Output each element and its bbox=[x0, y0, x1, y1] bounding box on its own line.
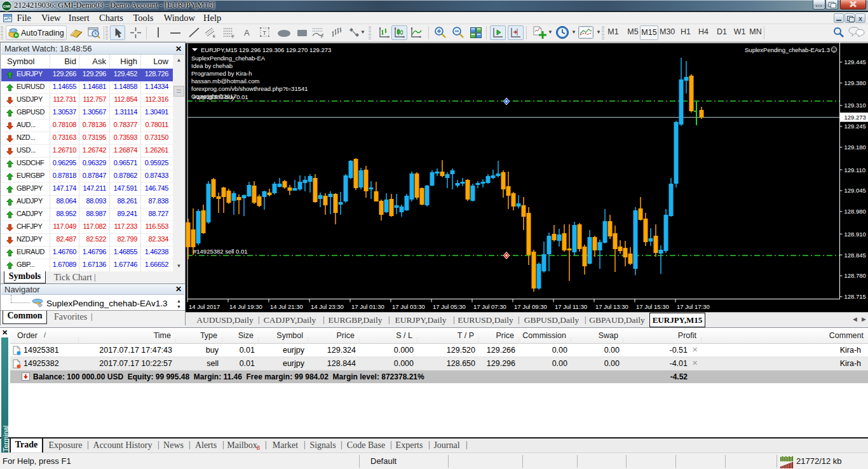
svg-text:#14925382 sell 0.01: #14925382 sell 0.01 bbox=[193, 248, 248, 255]
svg-text:129.380: 129.380 bbox=[844, 79, 866, 86]
svg-text:129.180: 129.180 bbox=[844, 144, 866, 151]
svg-text:17 Jul 07:30: 17 Jul 07:30 bbox=[473, 303, 506, 310]
svg-text:17 Jul 09:30: 17 Jul 09:30 bbox=[514, 303, 547, 310]
svg-text:129.445: 129.445 bbox=[844, 58, 866, 65]
svg-text:F: F bbox=[321, 34, 323, 39]
svg-text:17 Jul 13:30: 17 Jul 13:30 bbox=[595, 303, 628, 310]
svg-text:EURJPY,M15 129.296 129.306 12: EURJPY,M15 129.296 129.306 129.270 129.2… bbox=[201, 46, 331, 53]
svg-text:17 Jul 11:30: 17 Jul 11:30 bbox=[555, 303, 587, 310]
svg-text:17 Jul 03:30: 17 Jul 03:30 bbox=[392, 303, 425, 310]
svg-text:17 Jul 17:30: 17 Jul 17:30 bbox=[677, 303, 710, 310]
svg-text:128.910: 128.910 bbox=[844, 231, 866, 238]
svg-text:128.780: 128.780 bbox=[844, 272, 866, 279]
svg-text:GMI: GMI bbox=[3, 4, 11, 8]
svg-text:14 Jul 2017: 14 Jul 2017 bbox=[189, 303, 220, 310]
svg-text:128.845: 128.845 bbox=[844, 252, 866, 259]
svg-text:129.310: 129.310 bbox=[844, 102, 866, 109]
svg-text:14 Jul 19:30: 14 Jul 19:30 bbox=[229, 303, 262, 310]
svg-text:T: T bbox=[263, 30, 267, 36]
svg-text:129.110: 129.110 bbox=[844, 167, 866, 173]
svg-text:Programmed by Kira-h: Programmed by Kira-h bbox=[191, 70, 252, 77]
svg-text:129.273: 129.273 bbox=[844, 114, 866, 121]
svg-text:forexprog.com/vb/showthread.ph: forexprog.com/vb/showthread.php?t=31541 bbox=[191, 85, 308, 92]
svg-text:17 Jul 05:30: 17 Jul 05:30 bbox=[433, 303, 466, 310]
svg-text:129.245: 129.245 bbox=[844, 123, 866, 130]
svg-text:17 Jul 01:30: 17 Jul 01:30 bbox=[351, 303, 384, 310]
svg-text:Idea by chehab: Idea by chehab bbox=[191, 62, 233, 69]
svg-text:F: F bbox=[232, 34, 234, 39]
svg-text:hassan.mb@hotmail.com: hassan.mb@hotmail.com bbox=[191, 78, 259, 85]
svg-text:E: E bbox=[213, 34, 215, 38]
svg-text:14 Jul 23:30: 14 Jul 23:30 bbox=[311, 303, 344, 310]
svg-text:128.980: 128.980 bbox=[844, 208, 866, 215]
svg-text:SuplexPending_chehab-EA: SuplexPending_chehab-EA bbox=[191, 55, 266, 62]
svg-text:129.045: 129.045 bbox=[844, 187, 866, 194]
svg-text:14 Jul 21:30: 14 Jul 21:30 bbox=[270, 303, 303, 310]
svg-text:17 Jul 15:30: 17 Jul 15:30 bbox=[636, 303, 669, 310]
svg-text:SuplexPending_chehab-EAv1.3: SuplexPending_chehab-EAv1.3 bbox=[745, 46, 830, 53]
svg-text:#14925383 buy 0.01: #14925383 buy 0.01 bbox=[193, 93, 248, 100]
svg-text:128.715: 128.715 bbox=[844, 293, 866, 300]
